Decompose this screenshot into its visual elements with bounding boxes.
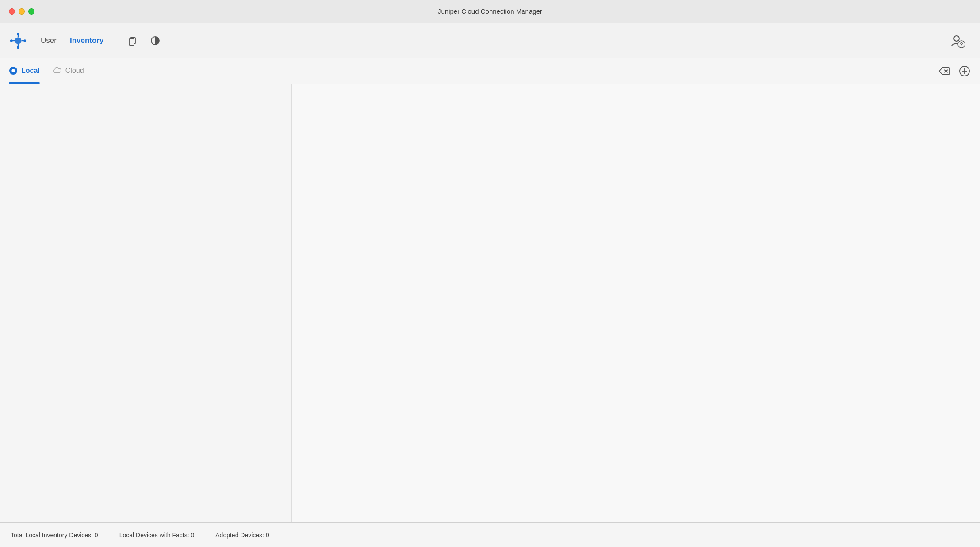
- tab-local[interactable]: Local: [9, 58, 40, 84]
- sub-tab-actions: [938, 65, 971, 78]
- minimize-button[interactable]: [19, 8, 25, 15]
- status-bar: Total Local Inventory Devices: 0 Local D…: [0, 522, 980, 547]
- svg-point-0: [15, 37, 21, 44]
- svg-point-4: [17, 46, 19, 49]
- tab-cloud-label: Cloud: [65, 67, 84, 75]
- sub-tab-list: Local Cloud: [9, 58, 84, 84]
- svg-point-6: [10, 39, 13, 42]
- svg-text:?: ?: [960, 42, 963, 48]
- user-help-button[interactable]: ?: [949, 32, 967, 49]
- tab-cloud[interactable]: Cloud: [53, 58, 84, 84]
- toolbar-icons: [126, 34, 162, 47]
- svg-point-2: [17, 32, 19, 35]
- main-panels: [0, 84, 980, 522]
- right-panel: [292, 84, 980, 522]
- facts-status: Local Devices with Facts: 0: [119, 532, 195, 539]
- cloud-icon: [53, 66, 62, 75]
- svg-point-8: [23, 39, 26, 42]
- title-bar: Juniper Cloud Connection Manager: [0, 0, 980, 23]
- total-inventory-status: Total Local Inventory Devices: 0: [11, 532, 98, 539]
- toolbar-left: User Inventory: [9, 31, 162, 50]
- left-panel: [0, 84, 292, 522]
- theme-icon[interactable]: [149, 34, 162, 47]
- add-device-button[interactable]: [958, 65, 971, 78]
- delete-button[interactable]: [938, 65, 951, 78]
- maximize-button[interactable]: [28, 8, 34, 15]
- local-icon: [9, 66, 18, 75]
- adopted-status: Adopted Devices: 0: [215, 532, 269, 539]
- sub-tabs-bar: Local Cloud: [0, 58, 980, 84]
- toolbar-right: ?: [949, 32, 967, 49]
- window-title: Juniper Cloud Connection Manager: [438, 8, 542, 15]
- svg-point-16: [11, 69, 15, 72]
- tab-local-label: Local: [21, 67, 40, 75]
- window-controls: [9, 8, 34, 15]
- nav-inventory[interactable]: Inventory: [70, 34, 104, 47]
- svg-rect-10: [129, 39, 134, 45]
- close-button[interactable]: [9, 8, 15, 15]
- nav-user[interactable]: User: [41, 34, 57, 47]
- copy-icon[interactable]: [126, 34, 139, 47]
- svg-point-12: [954, 36, 959, 41]
- content-area: Local Cloud: [0, 58, 980, 522]
- app-logo: [9, 31, 27, 50]
- main-toolbar: User Inventory: [0, 23, 980, 58]
